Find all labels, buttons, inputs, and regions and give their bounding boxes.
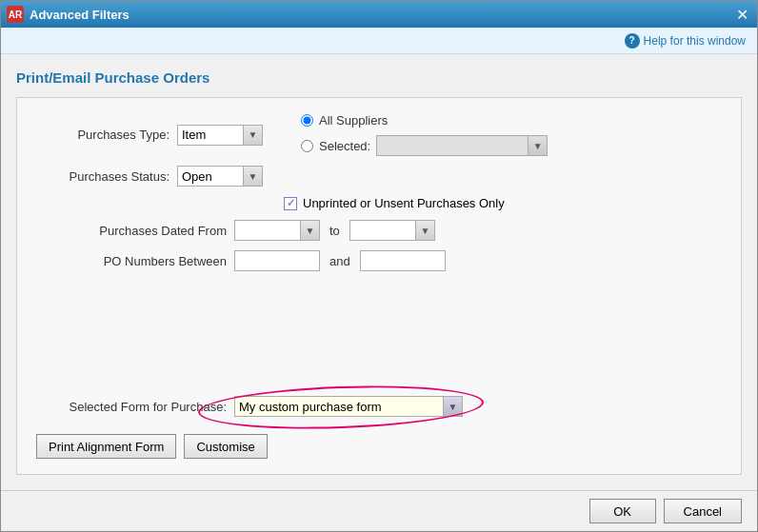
help-link[interactable]: ? Help for this window xyxy=(625,33,746,49)
purchases-dated-from-arrow[interactable]: ▼ xyxy=(300,221,319,240)
ok-button[interactable]: OK xyxy=(589,499,656,523)
selected-row: Selected: ▼ xyxy=(301,135,548,156)
customise-button[interactable]: Customise xyxy=(184,434,267,459)
bottom-bar: OK Cancel xyxy=(1,490,757,531)
purchases-status-label: Purchases Status: xyxy=(36,169,170,184)
po-numbers-from-input[interactable] xyxy=(234,250,320,271)
selected-form-row: Selected Form for Purchase: My custom pu… xyxy=(36,396,722,417)
selected-form-label: Selected Form for Purchase: xyxy=(36,400,227,414)
po-numbers-row: PO Numbers Between and xyxy=(36,250,722,271)
purchases-status-value: Open xyxy=(178,169,243,184)
cancel-button[interactable]: Cancel xyxy=(664,499,742,523)
supplier-radio-group: All Suppliers Selected: ▼ xyxy=(301,113,548,156)
and-label: and xyxy=(329,254,350,268)
title-bar-left: AR Advanced Filters xyxy=(7,6,130,23)
purchases-dated-label: Purchases Dated From xyxy=(36,224,227,238)
page-title: Print/Email Purchase Orders xyxy=(16,69,742,86)
print-alignment-button[interactable]: Print Alignment Form xyxy=(36,434,176,459)
supplier-dropdown[interactable]: ▼ xyxy=(376,135,548,156)
title-bar: AR Advanced Filters ✕ xyxy=(1,1,757,28)
unprinted-label: Unprinted or Unsent Purchases Only xyxy=(303,196,505,210)
app-logo: AR xyxy=(7,6,24,23)
selected-form-arrow[interactable]: ▼ xyxy=(443,397,462,416)
unprinted-checkbox-row: Unprinted or Unsent Purchases Only xyxy=(284,196,722,210)
purchases-type-select[interactable]: Item ▼ xyxy=(177,125,263,146)
close-button[interactable]: ✕ xyxy=(732,5,751,24)
help-text: Help for this window xyxy=(644,34,746,48)
purchases-dated-to-input[interactable]: ▼ xyxy=(349,220,435,241)
help-bar: ? Help for this window xyxy=(1,28,757,54)
all-suppliers-row: All Suppliers xyxy=(301,113,548,128)
purchases-status-row: Purchases Status: Open ▼ xyxy=(36,166,722,187)
all-suppliers-label: All Suppliers xyxy=(319,113,388,128)
action-buttons-row: Print Alignment Form Customise xyxy=(36,434,722,459)
form-panel: Purchases Type: Item ▼ All Suppliers Sel… xyxy=(16,97,742,475)
purchases-status-select[interactable]: Open ▼ xyxy=(177,166,263,187)
all-suppliers-radio[interactable] xyxy=(301,114,313,127)
to-label: to xyxy=(329,224,340,238)
purchases-dated-from-input[interactable]: ▼ xyxy=(234,220,320,241)
selected-radio[interactable] xyxy=(301,140,313,152)
purchases-dated-row: Purchases Dated From ▼ to ▼ xyxy=(36,220,722,241)
window-title: Advanced Filters xyxy=(30,8,130,22)
selected-label: Selected: xyxy=(319,139,370,153)
selected-form-value: My custom purchase form xyxy=(235,400,443,414)
supplier-dropdown-arrow[interactable]: ▼ xyxy=(528,136,547,155)
po-numbers-label: PO Numbers Between xyxy=(36,254,227,268)
purchases-type-arrow[interactable]: ▼ xyxy=(243,126,262,145)
window: AR Advanced Filters ✕ ? Help for this wi… xyxy=(0,0,758,532)
main-content: Print/Email Purchase Orders Purchases Ty… xyxy=(1,54,757,490)
purchases-dated-to-arrow[interactable]: ▼ xyxy=(415,221,434,240)
purchases-type-label: Purchases Type: xyxy=(36,128,170,142)
po-numbers-to-input[interactable] xyxy=(360,250,446,271)
purchases-status-arrow[interactable]: ▼ xyxy=(243,167,262,186)
help-icon: ? xyxy=(625,33,640,49)
unprinted-checkbox[interactable] xyxy=(284,197,297,210)
purchases-type-value: Item xyxy=(178,128,243,142)
selected-form-dropdown[interactable]: My custom purchase form ▼ xyxy=(234,396,463,417)
purchases-type-row: Purchases Type: Item ▼ All Suppliers Sel… xyxy=(36,113,722,156)
